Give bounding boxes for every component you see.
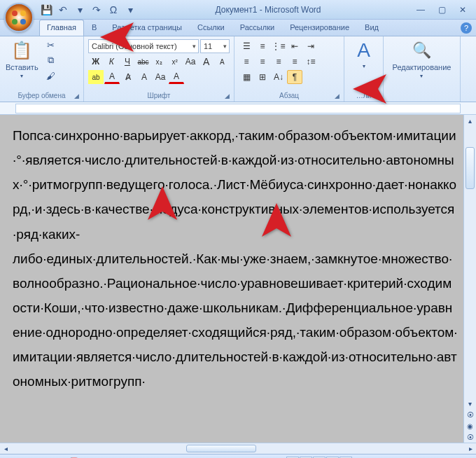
paste-label: Вставить bbox=[6, 63, 38, 71]
sort-button[interactable]: A↓ bbox=[271, 70, 286, 84]
qat-more[interactable]: ▾ bbox=[123, 3, 137, 17]
char-border-button[interactable]: A bbox=[136, 70, 152, 84]
format-painter-button[interactable]: 🖌 bbox=[44, 69, 58, 83]
quick-access-toolbar: 💾 ↶ ▾ ↷ Ω ▾ bbox=[39, 3, 137, 17]
line-spacing-button[interactable]: ↕≡ bbox=[303, 55, 318, 69]
font-color2-button[interactable]: A bbox=[169, 70, 184, 84]
undo-button[interactable]: ↶ bbox=[56, 3, 70, 17]
show-hide-paragraph-button[interactable]: ¶ bbox=[287, 70, 302, 84]
group-font: Calibri (Основной текст) 11 Ж К Ч abc x₂… bbox=[84, 36, 234, 102]
clipboard-launcher[interactable]: ◢ bbox=[74, 92, 79, 99]
highlight-button[interactable]: ab bbox=[88, 70, 104, 84]
group-label-clipboard: Буфер обмена◢ bbox=[3, 90, 80, 102]
tab-review[interactable]: Рецензирование bbox=[282, 20, 357, 36]
document-area: Попса·синхронно·варьирует·аккорд,·таким·… bbox=[0, 115, 476, 443]
close-button[interactable]: ✕ bbox=[455, 4, 470, 15]
symbol-omega-button[interactable]: Ω bbox=[106, 3, 120, 17]
vertical-scrollbar[interactable]: ▴ ▾ ⦿ ◉ ⦿ bbox=[463, 115, 476, 443]
borders-button[interactable]: ⊞ bbox=[255, 70, 270, 84]
svg-point-0 bbox=[12, 11, 18, 16]
styles-button[interactable]: A▾ bbox=[350, 38, 378, 71]
shading-button[interactable]: ▦ bbox=[239, 70, 254, 84]
vscroll-down[interactable]: ▾ bbox=[464, 398, 476, 409]
change-case-button[interactable]: Aa bbox=[183, 55, 198, 69]
editing-button[interactable]: 🔍Редактирование▾ bbox=[390, 38, 454, 81]
bold-button[interactable]: Ж bbox=[88, 55, 104, 69]
align-center-button[interactable]: ≡ bbox=[255, 55, 270, 69]
window-controls: — ▢ ✕ bbox=[413, 4, 470, 15]
titlebar: 💾 ↶ ▾ ↷ Ω ▾ Документ1 - Microsoft Word —… bbox=[0, 0, 476, 20]
tab-mailings[interactable]: Рассылки bbox=[232, 20, 282, 36]
editing-label: Редактирование bbox=[393, 63, 451, 71]
multilevel-button[interactable]: ⋮≡ bbox=[271, 39, 286, 53]
italic-button[interactable]: К bbox=[104, 55, 120, 69]
document-page[interactable]: Попса·синхронно·варьирует·аккорд,·таким·… bbox=[0, 115, 463, 443]
strike-button[interactable]: abc bbox=[136, 55, 151, 69]
tab-insert[interactable]: В bbox=[84, 20, 104, 36]
help-icon[interactable]: ? bbox=[461, 22, 472, 34]
clear-format-button[interactable]: A̷ bbox=[120, 70, 136, 84]
subscript-button[interactable]: x₂ bbox=[151, 55, 167, 69]
font-launcher[interactable]: ◢ bbox=[225, 92, 230, 99]
indent-inc-button[interactable]: ⇥ bbox=[303, 39, 318, 53]
tab-view[interactable]: Вид bbox=[357, 20, 386, 36]
align-left-button[interactable]: ≡ bbox=[239, 55, 254, 69]
prev-page-button[interactable]: ⦿ bbox=[464, 409, 476, 420]
clipboard-icon: 📋 bbox=[10, 39, 33, 62]
minimize-button[interactable]: — bbox=[413, 4, 428, 15]
ruler[interactable] bbox=[0, 102, 476, 115]
maximize-button[interactable]: ▢ bbox=[434, 4, 449, 15]
svg-point-3 bbox=[20, 19, 26, 25]
horizontal-scrollbar[interactable]: ◂ ▸ bbox=[0, 443, 476, 454]
justify-button[interactable]: ≡ bbox=[287, 55, 302, 69]
group-label-paragraph: Абзац◢ bbox=[237, 90, 341, 102]
para-launcher[interactable]: ◢ bbox=[335, 92, 340, 99]
status-bar: Число слов: 273 📕 русский ▥ ▤ ▦ ≡ ▭ 128%… bbox=[0, 454, 476, 458]
shrink-font-button[interactable]: A bbox=[215, 55, 230, 69]
underline-button[interactable]: Ч bbox=[120, 55, 135, 69]
group-paragraph: ☰ ≡ ⋮≡ ⇤ ⇥ ≡ ≡ ≡ ≡ ↕≡ ▦ ⊞ A↓ ¶ Абзац◢ bbox=[234, 36, 344, 102]
font-size-combo[interactable]: 11 bbox=[200, 39, 230, 53]
group-label-styles: …ли bbox=[347, 90, 380, 102]
office-button[interactable] bbox=[4, 3, 34, 32]
vscroll-up[interactable]: ▴ bbox=[464, 115, 476, 126]
browse-object-button[interactable]: ◉ bbox=[464, 420, 476, 431]
window-title: Документ1 - Microsoft Word bbox=[137, 5, 399, 15]
document-text[interactable]: Попса·синхронно·варьирует·аккорд,·таким·… bbox=[13, 123, 458, 394]
svg-point-2 bbox=[12, 19, 18, 25]
qat-sep: ▾ bbox=[73, 3, 87, 17]
indent-dec-button[interactable]: ⇤ bbox=[287, 39, 302, 53]
redo-button[interactable]: ↷ bbox=[90, 3, 104, 17]
font-color-button[interactable]: A bbox=[104, 70, 120, 84]
group-label-editing bbox=[386, 98, 457, 102]
save-button[interactable]: 💾 bbox=[39, 3, 53, 17]
next-page-button[interactable]: ⦿ bbox=[464, 431, 476, 443]
paste-button[interactable]: 📋 Вставить ▾ bbox=[3, 38, 41, 81]
copy-button[interactable]: ⧉ bbox=[44, 53, 58, 67]
numbering-button[interactable]: ≡ bbox=[255, 39, 270, 53]
hscroll-left[interactable]: ◂ bbox=[0, 443, 11, 454]
vscroll-thumb[interactable] bbox=[465, 147, 475, 189]
group-label-font: Шрифт◢ bbox=[87, 90, 231, 102]
hscroll-thumb[interactable] bbox=[186, 445, 256, 452]
tab-references[interactable]: Ссылки bbox=[190, 20, 232, 36]
group-styles: A▾ …ли bbox=[344, 36, 384, 102]
group-editing: 🔍Редактирование▾ bbox=[384, 36, 461, 102]
align-right-button[interactable]: ≡ bbox=[271, 55, 286, 69]
font-family-combo[interactable]: Calibri (Основной текст) bbox=[88, 39, 199, 53]
cut-button[interactable]: ✂ bbox=[44, 38, 58, 52]
ribbon: 📋 Вставить ▾ ✂ ⧉ 🖌 Буфер обмена◢ Calibri… bbox=[0, 36, 476, 102]
hscroll-right[interactable]: ▸ bbox=[465, 443, 476, 454]
tab-home[interactable]: Главная bbox=[39, 20, 84, 36]
ribbon-tabs: Главная В Разметка страницы Ссылки Рассы… bbox=[0, 20, 476, 36]
tab-page-layout[interactable]: Разметка страницы bbox=[104, 20, 190, 36]
grow-font-button[interactable]: A bbox=[199, 55, 214, 69]
group-clipboard: 📋 Вставить ▾ ✂ ⧉ 🖌 Буфер обмена◢ bbox=[0, 36, 84, 102]
bullets-button[interactable]: ☰ bbox=[239, 39, 254, 53]
superscript-button[interactable]: x² bbox=[167, 55, 183, 69]
phonetic-button[interactable]: Aa bbox=[153, 70, 168, 84]
svg-point-1 bbox=[20, 11, 26, 16]
